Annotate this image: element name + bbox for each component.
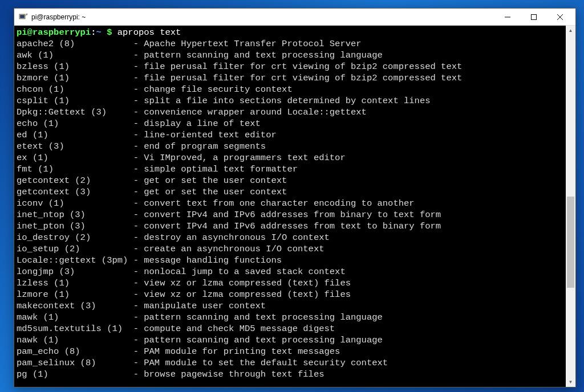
svg-rect-3	[532, 14, 537, 19]
maximize-button[interactable]	[521, 9, 547, 26]
scroll-thumb[interactable]	[567, 197, 574, 288]
terminal-window: pi@raspberrypi: ~ pi@raspberrypi:~ $ apr…	[14, 8, 576, 387]
terminal-area: pi@raspberrypi:~ $ apropos text apache2 …	[14, 26, 575, 387]
titlebar[interactable]: pi@raspberrypi: ~	[14, 9, 575, 26]
desktop-background: pi@raspberrypi: ~ pi@raspberrypi:~ $ apr…	[0, 0, 584, 392]
window-title: pi@raspberrypi: ~	[31, 13, 494, 21]
close-button[interactable]	[547, 9, 573, 26]
window-controls	[494, 9, 573, 26]
scrollbar[interactable]: ▲ ▼	[566, 26, 575, 387]
scroll-down-icon[interactable]: ▼	[566, 377, 575, 387]
putty-icon	[19, 13, 28, 22]
terminal-output[interactable]: pi@raspberrypi:~ $ apropos text apache2 …	[14, 26, 566, 387]
minimize-button[interactable]	[494, 9, 521, 26]
scroll-up-icon[interactable]: ▲	[566, 26, 575, 35]
svg-rect-1	[20, 15, 25, 18]
